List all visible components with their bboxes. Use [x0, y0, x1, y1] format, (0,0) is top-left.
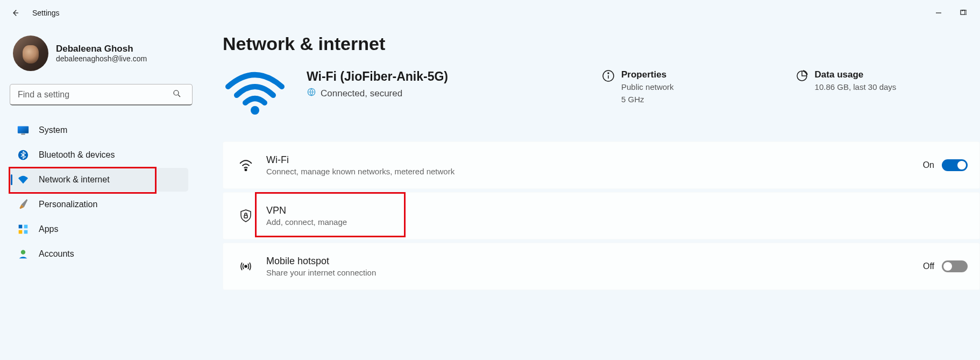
search-input[interactable]: [10, 84, 193, 105]
data-usage-title: Data usage: [815, 69, 897, 80]
svg-point-16: [245, 169, 246, 171]
properties-block[interactable]: Properties Public network 5 GHz: [602, 69, 674, 105]
back-button[interactable]: [4, 2, 26, 24]
hotspot-icon: [238, 260, 253, 272]
window-minimize-button[interactable]: [926, 2, 951, 24]
card-subtitle: Add, connect, manage: [266, 217, 347, 227]
pie-chart-icon: [796, 69, 807, 81]
page-title: Network & internet: [223, 33, 980, 54]
sidebar-item-label: Accounts: [39, 249, 74, 259]
globe-icon: [307, 87, 316, 100]
window-title: Settings: [32, 9, 60, 17]
connection-info[interactable]: Wi-Fi (JioFiber-Anik-5G) Connected, secu…: [307, 69, 448, 100]
svg-rect-0: [961, 10, 965, 15]
card-title: Wi-Fi: [266, 154, 455, 166]
card-title: Mobile hotspot: [266, 256, 376, 267]
card-hotspot[interactable]: Mobile hotspot Share your internet conne…: [223, 243, 980, 290]
card-vpn[interactable]: VPN Add, connect, manage: [223, 192, 980, 239]
svg-rect-7: [24, 225, 28, 229]
info-icon: [602, 69, 614, 81]
back-arrow-icon: [10, 8, 20, 18]
svg-rect-9: [24, 230, 28, 234]
svg-rect-6: [19, 225, 23, 229]
sidebar-item-bluetooth[interactable]: Bluetooth & devices: [10, 143, 188, 167]
data-usage-block[interactable]: Data usage 10.86 GB, last 30 days: [796, 69, 897, 93]
connection-status: Connected, secured: [321, 88, 402, 99]
shield-lock-icon: [238, 209, 253, 223]
search-icon: [172, 89, 182, 101]
sidebar-item-accounts[interactable]: Accounts: [10, 242, 188, 266]
hotspot-toggle[interactable]: [942, 260, 968, 272]
person-icon: [17, 248, 29, 260]
window-maximize-button[interactable]: [951, 2, 976, 24]
svg-point-1: [174, 90, 179, 95]
svg-rect-8: [19, 230, 23, 234]
sidebar-nav: System Bluetooth & devices Network & int…: [10, 118, 188, 266]
avatar: [13, 36, 48, 71]
properties-line2: 5 GHz: [621, 94, 674, 105]
maximize-icon: [960, 10, 967, 16]
svg-rect-17: [244, 215, 247, 218]
svg-point-18: [245, 265, 247, 267]
sidebar-item-personalization[interactable]: Personalization: [10, 193, 188, 216]
svg-point-14: [608, 73, 609, 74]
card-subtitle: Share your internet connection: [266, 268, 376, 277]
brush-icon: [17, 199, 29, 210]
toggle-label: On: [923, 160, 934, 170]
sidebar-item-system[interactable]: System: [10, 118, 188, 142]
sidebar-item-label: Network & internet: [39, 175, 110, 185]
toggle-label: Off: [923, 262, 934, 271]
sidebar-item-apps[interactable]: Apps: [10, 217, 188, 241]
wifi-toggle[interactable]: [942, 159, 968, 171]
profile-name: Debaleena Ghosh: [56, 44, 147, 54]
sidebar-item-label: System: [39, 125, 67, 135]
svg-point-10: [21, 250, 25, 255]
sidebar-item-label: Personalization: [39, 200, 97, 209]
connection-title: Wi-Fi (JioFiber-Anik-5G): [307, 69, 448, 84]
svg-point-11: [251, 106, 259, 115]
svg-rect-3: [18, 126, 29, 133]
monitor-icon: [17, 124, 29, 136]
sidebar-item-label: Bluetooth & devices: [39, 150, 115, 160]
card-subtitle: Connect, manage known networks, metered …: [266, 167, 455, 176]
card-title: VPN: [266, 205, 347, 216]
wifi-icon: [238, 159, 253, 171]
sidebar-item-label: Apps: [39, 224, 58, 234]
bluetooth-icon: [17, 149, 29, 161]
svg-rect-4: [21, 133, 25, 135]
apps-icon: [17, 223, 29, 235]
sidebar-item-network[interactable]: Network & internet: [10, 168, 188, 192]
data-usage-line: 10.86 GB, last 30 days: [815, 81, 897, 93]
properties-title: Properties: [621, 69, 674, 80]
user-profile[interactable]: Debaleena Ghosh debaleenaghosh@live.com: [10, 26, 188, 82]
wifi-icon: [17, 174, 29, 186]
wifi-large-icon: [223, 69, 287, 118]
card-wifi[interactable]: Wi-Fi Connect, manage known networks, me…: [223, 142, 980, 189]
minimize-icon: [935, 10, 942, 16]
profile-email: debaleenaghosh@live.com: [56, 54, 147, 63]
properties-line1: Public network: [621, 81, 674, 93]
